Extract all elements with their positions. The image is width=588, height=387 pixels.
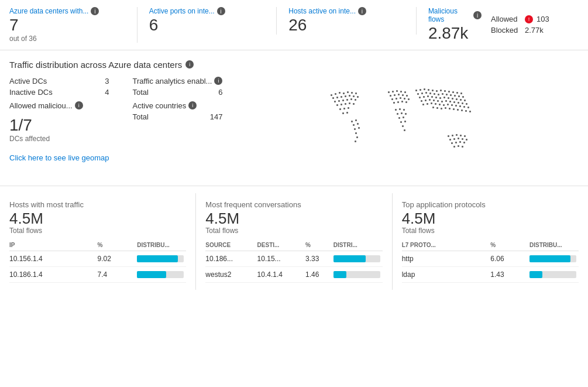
svg-rect-49 xyxy=(391,98,393,100)
svg-rect-128 xyxy=(463,106,465,108)
svg-rect-147 xyxy=(458,138,459,139)
svg-rect-130 xyxy=(432,107,434,108)
svg-rect-52 xyxy=(404,98,405,100)
table-row: ldap 1.43 xyxy=(402,267,579,283)
svg-rect-111 xyxy=(441,101,443,102)
bottom-panels: Hosts with most traffic 4.5M Total flows… xyxy=(0,186,588,297)
panel-protocols: Top application protocols 4.5M Total flo… xyxy=(393,193,588,290)
svg-rect-23 xyxy=(349,102,350,104)
svg-rect-17 xyxy=(346,99,348,101)
svg-rect-151 xyxy=(455,142,457,143)
svg-rect-122 xyxy=(439,104,441,105)
svg-rect-132 xyxy=(441,108,442,109)
table-row: http 6.06 xyxy=(402,251,579,267)
metric-hosts-active: Hosts active on inte... i 26 xyxy=(288,7,417,35)
malicious-info-icon[interactable]: i xyxy=(473,11,482,19)
panel-hosts-title: Hosts with most traffic xyxy=(9,200,186,209)
svg-rect-1 xyxy=(335,93,336,95)
svg-rect-59 xyxy=(399,108,401,110)
blocked-value: 2.77k xyxy=(525,26,544,35)
active-countries-row: Active countries i xyxy=(133,101,223,110)
svg-rect-73 xyxy=(428,89,429,91)
active-countries-info-icon[interactable]: i xyxy=(188,101,197,109)
traffic-section-title: Traffic distribution across Azure data c… xyxy=(9,60,579,70)
svg-rect-100 xyxy=(443,97,445,98)
svg-rect-4 xyxy=(347,91,349,93)
traffic-analytics-row: Traffic analytics enabl... i xyxy=(133,77,223,85)
traffic-right-col: Traffic analytics enabl... i Total 6 Act… xyxy=(133,77,223,162)
svg-rect-96 xyxy=(427,95,429,97)
svg-rect-145 xyxy=(449,139,451,141)
svg-rect-82 xyxy=(417,93,419,95)
conv-col-pct: % xyxy=(305,239,333,251)
svg-rect-101 xyxy=(448,97,449,99)
svg-rect-69 xyxy=(404,129,405,131)
table-row: westus2 10.4.1.4 1.46 xyxy=(205,267,382,283)
hosts-col-pct: % xyxy=(98,239,137,251)
protocols-table: L7 PROTO... % DISTRIBU... http 6.06 ldap… xyxy=(402,239,579,283)
traffic-title-info-icon[interactable]: i xyxy=(185,60,194,69)
active-dcs-row: Active DCs 3 xyxy=(9,77,109,85)
azure-dc-info-icon[interactable]: i xyxy=(91,7,99,15)
traffic-analytics-info-icon[interactable]: i xyxy=(214,77,222,85)
svg-rect-93 xyxy=(462,96,464,98)
svg-rect-77 xyxy=(444,90,446,92)
metric-azure-dc-value: 7 xyxy=(9,16,125,35)
svg-rect-12 xyxy=(353,95,355,97)
svg-rect-20 xyxy=(336,104,338,106)
svg-rect-86 xyxy=(434,93,435,95)
svg-rect-88 xyxy=(442,93,443,95)
geomap-link[interactable]: Click here to see live geomap xyxy=(9,153,109,162)
svg-rect-31 xyxy=(355,119,357,121)
svg-rect-154 xyxy=(453,146,455,148)
svg-rect-34 xyxy=(354,128,356,130)
metric-azure-dc-label: Azure data centers with... i xyxy=(9,7,125,15)
svg-rect-64 xyxy=(398,117,400,119)
svg-rect-141 xyxy=(452,135,453,136)
svg-rect-11 xyxy=(349,95,350,97)
allowed-value: 103 xyxy=(537,15,549,23)
svg-rect-5 xyxy=(351,92,353,94)
svg-rect-47 xyxy=(402,94,404,96)
malicious-right: Malicious flows i 2.87k Allowed ! 103 Bl… xyxy=(428,7,567,43)
panel-conv-value: 4.5M xyxy=(205,210,382,227)
svg-rect-113 xyxy=(449,101,451,102)
traffic-stats: Active DCs 3 Inactive DCs 4 Allowed mali… xyxy=(9,77,222,176)
allowed-malicious-info-icon[interactable]: i xyxy=(75,101,83,109)
svg-rect-136 xyxy=(457,109,459,111)
svg-rect-109 xyxy=(433,100,435,101)
svg-rect-103 xyxy=(456,98,458,100)
svg-rect-71 xyxy=(419,89,421,91)
active-ports-info-icon[interactable]: i xyxy=(217,7,225,15)
conv-row1-pct: 3.33 xyxy=(305,251,333,267)
svg-rect-26 xyxy=(343,108,345,109)
svg-rect-45 xyxy=(394,94,396,96)
svg-rect-126 xyxy=(455,105,457,107)
svg-rect-79 xyxy=(452,91,454,93)
hosts-active-info-icon[interactable]: i xyxy=(358,7,366,15)
table-row: 10.186... 10.15... 3.33 xyxy=(205,251,382,267)
active-dcs-key: Active DCs xyxy=(9,77,47,85)
total2-row: Total 147 xyxy=(133,112,223,121)
proto-row2-pct: 1.43 xyxy=(490,267,529,283)
svg-rect-15 xyxy=(338,100,340,102)
svg-rect-143 xyxy=(460,135,462,136)
svg-rect-115 xyxy=(458,102,459,104)
total1-val: 6 xyxy=(218,88,222,97)
world-map-svg xyxy=(313,77,500,176)
svg-rect-67 xyxy=(404,121,406,122)
svg-rect-6 xyxy=(355,93,357,94)
panel-conv-title: Most frequent conversations xyxy=(205,200,382,209)
svg-rect-40 xyxy=(392,91,394,93)
svg-rect-37 xyxy=(356,136,358,138)
svg-rect-94 xyxy=(419,97,421,98)
svg-rect-38 xyxy=(355,141,356,142)
world-map xyxy=(234,77,579,176)
svg-rect-152 xyxy=(459,141,461,143)
table-row: 10.186.1.4 7.4 xyxy=(9,267,186,283)
svg-rect-106 xyxy=(421,100,422,102)
svg-rect-134 xyxy=(449,108,451,109)
svg-rect-46 xyxy=(398,94,400,95)
svg-rect-110 xyxy=(437,100,439,102)
hosts-row1-bar xyxy=(137,251,186,267)
